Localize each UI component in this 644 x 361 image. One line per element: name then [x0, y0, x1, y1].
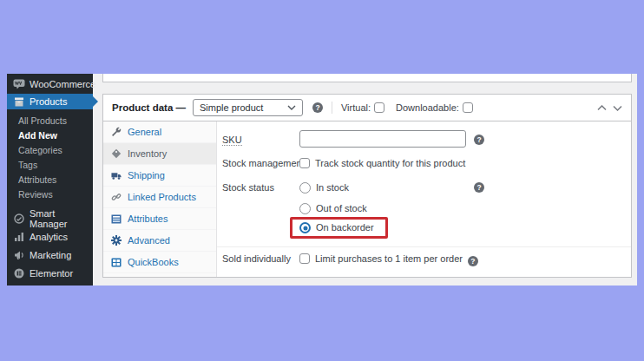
truck-icon — [111, 171, 122, 180]
sidebar-item-categories[interactable]: Categories — [7, 142, 93, 157]
help-icon[interactable]: ? — [468, 256, 478, 266]
sidebar-item-smart-manager[interactable]: Smart Manager — [7, 209, 93, 227]
product-data-body: General Inventory Shipping — [103, 121, 631, 277]
page-background: WooCommerce Products All Products Add Ne… — [0, 0, 644, 361]
tab-shipping[interactable]: Shipping — [103, 165, 216, 187]
quickbooks-icon — [111, 258, 122, 267]
sidebar-item-label: Products — [30, 96, 67, 107]
red-highlight-box — [290, 217, 388, 239]
tab-general[interactable]: General — [103, 121, 216, 143]
in-stock-radio[interactable] — [299, 182, 311, 194]
link-icon — [111, 192, 122, 202]
downloadable-label[interactable]: Downloadable: — [396, 102, 459, 113]
sidebar-item-woocommerce[interactable]: WooCommerce — [7, 74, 93, 94]
virtual-checkbox[interactable] — [374, 102, 384, 113]
sidebar-item-label: Elementor — [30, 268, 73, 279]
help-icon[interactable]: ? — [312, 102, 323, 113]
admin-sidebar: WooCommerce Products All Products Add Ne… — [7, 74, 93, 286]
product-data-panel: Product data — Simple product ? Virtual:… — [102, 94, 632, 278]
tab-label: General — [128, 127, 161, 137]
tab-label: Shipping — [128, 170, 165, 180]
previous-metabox-edge — [102, 74, 632, 82]
wrench-icon — [111, 127, 122, 137]
admin-content-area: Product data — Simple product ? Virtual:… — [93, 74, 637, 286]
tab-advanced[interactable]: Advanced — [103, 230, 216, 252]
chevron-down-icon[interactable] — [613, 105, 622, 111]
product-type-select[interactable]: Simple product — [193, 99, 303, 116]
select-chevron-icon — [287, 105, 296, 110]
tag-icon — [111, 148, 122, 159]
out-of-stock-radio[interactable] — [299, 203, 311, 214]
sidebar-item-products[interactable]: Products — [7, 94, 93, 109]
stock-status-label: Stock status — [222, 181, 274, 194]
help-icon[interactable]: ? — [474, 182, 484, 193]
tab-quickbooks[interactable]: QuickBooks — [103, 252, 216, 273]
product-data-header: Product data — Simple product ? Virtual:… — [103, 95, 631, 121]
limit-purchases-checkbox[interactable] — [299, 253, 310, 264]
product-type-value: Simple product — [200, 102, 263, 113]
track-stock-label[interactable]: Track stock quantity for this product — [315, 157, 465, 169]
sidebar-item-add-new[interactable]: Add New — [7, 128, 93, 142]
tab-inventory[interactable]: Inventory — [103, 143, 216, 165]
tab-label: Linked Products — [128, 192, 196, 202]
tab-label: Advanced — [128, 235, 170, 246]
product-data-tabs: General Inventory Shipping — [103, 121, 217, 277]
tab-linked-products[interactable]: Linked Products — [103, 187, 216, 208]
sidebar-item-reviews[interactable]: Reviews — [7, 187, 93, 201]
sidebar-lower-menu: Smart Manager Analytics Marketing — [7, 209, 93, 282]
in-stock-label[interactable]: In stock — [316, 182, 349, 194]
downloadable-checkbox[interactable] — [463, 102, 473, 113]
limit-purchases-text: Limit purchases to 1 item per order — [315, 253, 463, 264]
products-icon — [13, 97, 25, 107]
limit-purchases-label[interactable]: Limit purchases to 1 item per order? — [315, 253, 478, 266]
sidebar-item-label: WooCommerce — [30, 79, 95, 89]
tab-label: Attributes — [128, 213, 168, 224]
tab-label: QuickBooks — [128, 257, 179, 267]
sidebar-item-marketing[interactable]: Marketing — [7, 246, 93, 264]
woocommerce-icon — [13, 79, 25, 89]
sidebar-item-analytics[interactable]: Analytics — [7, 227, 93, 246]
screenshot-area: WooCommerce Products All Products Add Ne… — [7, 74, 637, 286]
form-section-divider — [217, 246, 631, 247]
virtual-label[interactable]: Virtual: — [341, 102, 371, 113]
inventory-form: SKU ? Stock management Track stock quant… — [217, 121, 631, 277]
sku-label: SKU — [222, 134, 242, 146]
sidebar-item-attributes[interactable]: Attributes — [7, 172, 93, 187]
header-separator — [332, 102, 332, 114]
tab-label: Inventory — [128, 148, 167, 159]
stock-management-label: Stock management — [222, 157, 305, 169]
track-stock-checkbox[interactable] — [299, 158, 310, 168]
metabox-order-controls — [597, 105, 622, 111]
sidebar-item-label: Smart Manager — [30, 208, 93, 229]
chevron-up-icon[interactable] — [597, 105, 607, 111]
sidebar-item-label: Analytics — [30, 232, 68, 242]
elementor-icon — [13, 268, 25, 279]
out-of-stock-label[interactable]: Out of stock — [316, 203, 367, 214]
sold-individually-label: Sold individually — [222, 253, 291, 265]
tab-attributes[interactable]: Attributes — [103, 208, 216, 230]
sidebar-item-all-products[interactable]: All Products — [7, 113, 93, 128]
gear-icon — [111, 235, 122, 246]
sku-input[interactable] — [299, 130, 466, 148]
active-menu-arrow — [93, 96, 98, 107]
sidebar-item-label: Marketing — [30, 250, 71, 260]
analytics-icon — [13, 232, 25, 242]
sidebar-item-elementor[interactable]: Elementor — [7, 264, 93, 282]
sidebar-item-tags[interactable]: Tags — [7, 157, 93, 172]
panel-title: Product data — — [112, 102, 186, 113]
products-submenu: All Products Add New Categories Tags Att… — [7, 113, 93, 201]
smart-manager-icon — [13, 213, 25, 224]
attributes-icon — [111, 214, 122, 224]
help-icon[interactable]: ? — [474, 135, 484, 145]
marketing-icon — [13, 250, 25, 260]
